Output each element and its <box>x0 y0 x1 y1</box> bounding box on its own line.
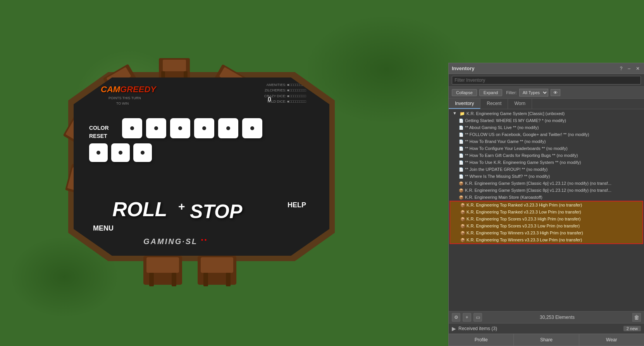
die-s2[interactable] <box>111 143 130 162</box>
add-button[interactable]: + <box>463 313 471 322</box>
list-item[interactable]: 📦 K.R. Engineering Game System [Classic … <box>449 187 644 194</box>
die-4[interactable] <box>194 118 214 138</box>
list-item[interactable]: 📄 ** How To Brand Your Game ** (no modif… <box>449 138 644 145</box>
list-item[interactable]: 📦 K.R. Engineering Top Ranked v3.23.3 Hi… <box>450 201 642 208</box>
inventory-panel: Inventory ? – ✕ Collapse Expand Filter: … <box>448 63 644 346</box>
filter-label: Filter: <box>506 90 517 95</box>
stop-label: STOP <box>190 200 242 223</box>
list-item[interactable]: 📦 K.R. Engineering Top Scores v3.23.3 Hi… <box>450 215 642 222</box>
list-item[interactable]: 📦 K.R. Engineering Top Winners v3.23.3 L… <box>450 236 642 243</box>
move-button[interactable]: ▭ <box>474 313 482 322</box>
svg-rect-24 <box>203 273 208 286</box>
die-s1[interactable] <box>89 143 108 162</box>
inventory-tree[interactable]: ▼ 📁 K.R. Engineering Game System [Classi… <box>449 109 644 311</box>
tab-inventory[interactable]: Inventory <box>449 99 480 109</box>
panel-title: Inventory <box>452 65 475 71</box>
panel-titlebar: Inventory ? – ✕ <box>449 63 644 74</box>
toolbar-row: Collapse Expand Filter: All Types 👁 <box>449 87 644 99</box>
list-item[interactable]: 📄 Getting Started: WHERE IS MY GAME? * (… <box>449 117 644 124</box>
panel-close-button[interactable]: ✕ <box>635 66 641 71</box>
filter-icon-button[interactable]: 👁 <box>551 89 560 96</box>
svg-rect-20 <box>149 273 154 286</box>
filter-input[interactable] <box>452 76 641 84</box>
received-label: Received items (3) <box>458 326 497 331</box>
game-table: CAMGREEDY AMENITIES: ■□□□□□□□□ ZILCHERIE… <box>46 50 387 302</box>
tabs-row: Inventory Recent Worn <box>449 99 644 109</box>
received-bar: ▶ Received items (3) 2 new <box>449 323 644 334</box>
list-item[interactable]: 📄 ** How To Use K.R. Engineering Game Sy… <box>449 159 644 166</box>
tab-recent[interactable]: Recent <box>480 99 508 109</box>
collapse-button[interactable]: Collapse <box>452 89 477 96</box>
panel-help-button[interactable]: ? <box>619 66 624 71</box>
list-item[interactable]: 📄 ** Join the UPDATE GROUP! ** (no modif… <box>449 166 644 173</box>
tab-worn[interactable]: Worn <box>508 99 532 109</box>
selected-items-group: 📦 K.R. Engineering Top Ranked v3.23.3 Hi… <box>449 201 643 244</box>
list-item[interactable]: 📄 ** How To Configure Your Leaderboards … <box>449 145 644 152</box>
gaming-sl-logo: GAMING·SL ●● <box>143 237 208 246</box>
panel-controls: ? – ✕ <box>619 66 641 71</box>
list-item[interactable]: 📄 ** How To Earn Gift Cards for Reportin… <box>449 152 644 159</box>
panel-minimize-button[interactable]: – <box>627 66 632 71</box>
help-label: HELP <box>288 201 306 209</box>
filter-bar <box>449 74 644 87</box>
reset-label: RESET <box>89 132 109 140</box>
plus-icon: + <box>178 200 185 213</box>
expand-button[interactable]: Expand <box>479 89 502 96</box>
svg-rect-25 <box>226 273 231 286</box>
elements-count: 30,253 Elements <box>484 315 630 320</box>
list-item[interactable]: ▼ 📁 K.R. Engineering Game System [Classi… <box>449 110 644 117</box>
folder-open-icon: ▼ <box>453 111 458 116</box>
share-button[interactable]: Share <box>514 334 579 346</box>
die-5[interactable] <box>218 118 238 138</box>
settings-button[interactable]: ⚙ <box>452 313 460 322</box>
list-item[interactable]: 📄 ** Where Is The Missing Stuff? ** (no … <box>449 173 644 180</box>
svg-rect-21 <box>172 273 176 286</box>
svg-rect-1 <box>163 60 186 71</box>
list-item[interactable]: 📄 ** FOLLOW US on Facebook, Google+ and … <box>449 131 644 138</box>
menu-label: MENU <box>93 224 114 232</box>
filter-type-dropdown[interactable]: All Types <box>519 89 548 96</box>
profile-button[interactable]: Profile <box>449 334 514 346</box>
bottom-controls: ⚙ + ▭ 30,253 Elements 🗑 <box>449 311 644 323</box>
received-left: ▶ Received items (3) <box>452 325 497 332</box>
new-badge: 2 new <box>623 326 641 331</box>
list-item[interactable]: 📦 K.R. Engineering Game System [Classic … <box>449 180 644 187</box>
wear-button[interactable]: Wear <box>579 334 644 346</box>
die-6[interactable] <box>242 118 262 138</box>
die-s3[interactable] <box>133 143 152 162</box>
die-2[interactable] <box>146 118 166 138</box>
list-item[interactable]: 📦 K.R. Engineering Top Scores v3.23.3 Lo… <box>450 222 642 229</box>
received-play-icon[interactable]: ▶ <box>452 325 456 332</box>
list-item[interactable]: 📦 K.R. Engineering Top Winners v3.23.3 H… <box>450 229 642 236</box>
die-3[interactable] <box>170 118 190 138</box>
delete-button[interactable]: 🗑 <box>632 313 641 322</box>
roll-label: ROLL <box>112 198 167 221</box>
table-surface: CAMGREEDY AMENITIES: ■□□□□□□□□ ZILCHERIE… <box>74 77 329 256</box>
die-1[interactable] <box>122 118 142 138</box>
list-item[interactable]: 📦 K.R. Engineering Main Store (Karoastof… <box>449 194 644 201</box>
color-label: COLOR <box>89 124 109 132</box>
footer-buttons: Profile Share Wear <box>449 334 644 346</box>
list-item[interactable]: 📄 ** About Gaming SL Live ** (no modify) <box>449 124 644 131</box>
list-item[interactable]: 📦 K.R. Engineering Top Ranked v3.23.3 Lo… <box>450 208 642 215</box>
